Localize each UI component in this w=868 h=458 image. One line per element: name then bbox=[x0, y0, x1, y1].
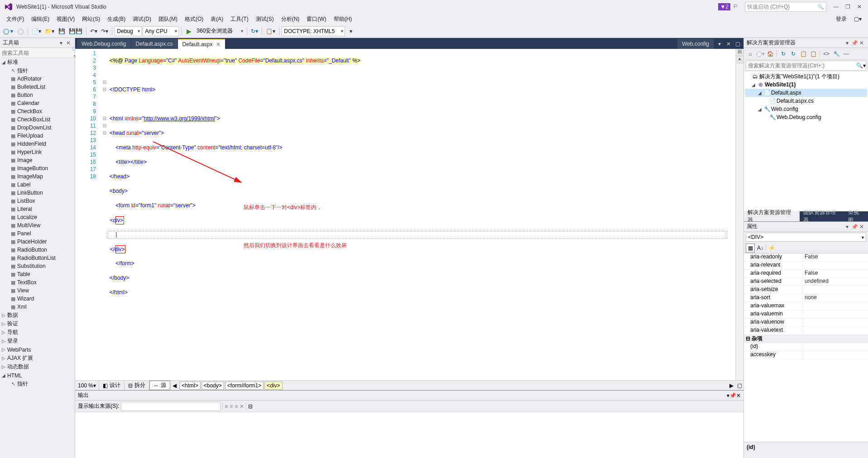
redo-button[interactable]: ↷▾ bbox=[100, 26, 110, 36]
solexp-search-input[interactable] bbox=[746, 62, 856, 69]
toolbox-item[interactable]: ▦Panel bbox=[0, 229, 75, 238]
property-row[interactable]: aria-readonlyFalse bbox=[744, 253, 868, 262]
toolbox-dropdown-icon[interactable]: ▾ bbox=[58, 39, 65, 47]
toolbox-item[interactable]: ▦Image bbox=[0, 156, 75, 164]
source-view-button[interactable]: ↔ 源 bbox=[149, 381, 170, 390]
toolbox-item[interactable]: ▦AdRotator bbox=[0, 75, 75, 83]
menu-item[interactable]: 文件(F) bbox=[3, 14, 28, 24]
solexp-back-icon[interactable]: ◯▾ bbox=[756, 49, 765, 58]
solution-tree[interactable]: 🗂解决方案"WebSite1(1)"(1 个项目) ◢⊕WebSite1(1) … bbox=[744, 72, 868, 211]
save-all-button[interactable]: 💾💾 bbox=[67, 26, 84, 36]
solexp-refresh-icon[interactable]: ↻ bbox=[789, 49, 798, 58]
toolbox-search[interactable]: 🔍▾ bbox=[0, 48, 75, 58]
nav-back-button[interactable]: ◯ ▾ bbox=[2, 26, 14, 36]
toolbox-item[interactable]: ▦Label bbox=[0, 181, 75, 189]
property-row[interactable]: aria-setsize bbox=[744, 286, 868, 294]
props-alphabetical-icon[interactable]: A↓ bbox=[756, 243, 765, 253]
props-pin-icon[interactable]: 📌 bbox=[851, 223, 858, 230]
toolbox-search-input[interactable] bbox=[0, 50, 72, 56]
toolbar-overflow-icon[interactable]: ▾ bbox=[346, 26, 356, 36]
toolbox-item[interactable]: ▦View bbox=[0, 286, 75, 295]
toolbox-tree[interactable]: ◢标准↖指针▦AdRotator▦BulletedList▦Button▦Cal… bbox=[0, 58, 75, 458]
toolbox-category[interactable]: ▷导航 bbox=[0, 328, 75, 337]
toolbox-item[interactable]: ↖指针 bbox=[0, 67, 75, 75]
nav-forward-button[interactable]: ◯ bbox=[15, 26, 25, 36]
menu-item[interactable]: 表(A) bbox=[207, 14, 227, 24]
solexp-showall-icon[interactable]: 📋 bbox=[809, 49, 818, 58]
output-close-icon[interactable]: ✕ bbox=[736, 392, 741, 399]
toolbox-category[interactable]: ◢标准 bbox=[0, 58, 75, 67]
project-node[interactable]: ◢⊕WebSite1(1) bbox=[745, 81, 867, 89]
breadcrumb-div[interactable]: <div> bbox=[264, 382, 282, 390]
toolbox-item[interactable]: ▦LinkButton bbox=[0, 189, 75, 197]
toolbox-item[interactable]: ▦Button bbox=[0, 91, 75, 99]
toolbox-item[interactable]: ▦Xml bbox=[0, 303, 75, 311]
output-tb-1[interactable]: ≡ bbox=[225, 403, 228, 410]
toolbox-item[interactable]: ▦TextBox bbox=[0, 278, 75, 286]
menu-item[interactable]: 窗口(W) bbox=[303, 14, 330, 24]
login-dropdown-icon[interactable]: ▢▾ bbox=[850, 14, 865, 24]
breadcrumb-form[interactable]: <form#form1> bbox=[225, 382, 264, 390]
toolbox-item[interactable]: ▦BulletedList bbox=[0, 83, 75, 91]
property-row[interactable]: aria-requiredFalse bbox=[744, 270, 868, 278]
toolbox-item[interactable]: ▦FileUpload bbox=[0, 132, 75, 140]
start-debug-button[interactable]: ▶ bbox=[184, 26, 194, 36]
menu-item[interactable]: 网站(S) bbox=[78, 14, 104, 24]
property-row[interactable]: aria-valuemax bbox=[744, 302, 868, 310]
solexp-code-icon[interactable]: <> bbox=[822, 49, 831, 58]
class-view-tab[interactable]: 类视图 bbox=[844, 211, 868, 221]
props-close-icon[interactable]: ✕ bbox=[858, 223, 865, 230]
menu-item[interactable]: 视图(V) bbox=[53, 14, 78, 24]
menu-item[interactable]: 编辑(E) bbox=[28, 14, 53, 24]
toolbox-category[interactable]: ▷动态数据 bbox=[0, 363, 75, 371]
property-row[interactable]: aria-valuetext bbox=[744, 327, 868, 335]
tab-web-config[interactable]: Web.config bbox=[677, 39, 714, 49]
output-tb-3[interactable]: ≡ bbox=[235, 403, 238, 410]
toolbox-item[interactable]: ▦HyperLink bbox=[0, 148, 75, 156]
property-row[interactable]: aria-selectedundefined bbox=[744, 278, 868, 286]
file-default-aspx[interactable]: ◢📄Default.aspx bbox=[745, 89, 867, 97]
toolbox-category[interactable]: ▷AJAX 扩展 bbox=[0, 354, 75, 363]
menu-item[interactable]: 格式(O) bbox=[181, 14, 207, 24]
toolbox-item[interactable]: ▦DropDownList bbox=[0, 124, 75, 132]
team-explorer-tab[interactable]: 团队资源管理器 bbox=[800, 211, 844, 221]
zoom-level[interactable]: 100 % ▾ bbox=[75, 381, 99, 390]
toolbox-item[interactable]: ↖指针 bbox=[0, 380, 75, 388]
property-row[interactable]: accesskey bbox=[744, 351, 868, 359]
toolbox-category[interactable]: ▷WebParts bbox=[0, 345, 75, 354]
crumb-nav-right-icon[interactable]: ▶ bbox=[727, 382, 735, 389]
toolbox-item[interactable]: ▦Substitution bbox=[0, 262, 75, 270]
output-body[interactable] bbox=[75, 412, 743, 458]
property-category[interactable]: ⊟ 杂项 bbox=[744, 335, 868, 343]
breadcrumb-body[interactable]: <body> bbox=[201, 382, 224, 390]
crumb-nav-left-icon[interactable]: ◀ bbox=[170, 382, 178, 389]
toolbox-item[interactable]: ▦CheckBox bbox=[0, 107, 75, 115]
property-row[interactable]: aria-relevant bbox=[744, 262, 868, 270]
toolbox-category[interactable]: ▷验证 bbox=[0, 320, 75, 328]
split-view-icon[interactable]: ▤ bbox=[736, 49, 743, 56]
solexp-collapse-icon[interactable]: 📋 bbox=[799, 49, 808, 58]
props-element-selector[interactable]: <DIV> bbox=[746, 233, 866, 242]
fold-gutter[interactable]: ⊟⊟⊟⊟⊟ bbox=[101, 49, 108, 380]
solexp-dropdown-icon[interactable]: ▾ bbox=[844, 39, 851, 47]
toolbox-item[interactable]: ▦RadioButtonList bbox=[0, 254, 75, 262]
solexp-home2-icon[interactable]: 🏠 bbox=[766, 49, 775, 58]
file-web-debug-config[interactable]: 🔧Web.Debug.config bbox=[745, 113, 867, 121]
notification-badge[interactable]: ▼2 bbox=[718, 3, 730, 10]
solexp-properties-icon[interactable]: 🔧 bbox=[832, 49, 841, 58]
toolbox-category[interactable]: ▷数据 bbox=[0, 311, 75, 320]
file-web-config[interactable]: ◢🔧Web.config bbox=[745, 105, 867, 113]
toolbox-item[interactable]: ▦Localize bbox=[0, 213, 75, 221]
toolbox-item[interactable]: ▦Table bbox=[0, 270, 75, 278]
maximize-button[interactable]: ❐ bbox=[842, 1, 854, 13]
scroll-up-icon[interactable]: ▲ bbox=[736, 56, 743, 63]
tab-default-aspx[interactable]: Default.aspx✕ bbox=[178, 39, 225, 49]
props-events-icon[interactable]: ⚡ bbox=[767, 243, 776, 253]
save-button[interactable]: 💾 bbox=[57, 26, 67, 36]
breadcrumb-html[interactable]: <html> bbox=[179, 382, 201, 390]
toolbox-category[interactable]: ▷登录 bbox=[0, 337, 75, 345]
solexp-close-icon[interactable]: ✕ bbox=[858, 39, 865, 47]
property-row[interactable]: aria-sortnone bbox=[744, 294, 868, 302]
toolbox-item[interactable]: ▦Calendar bbox=[0, 99, 75, 107]
solexp-preview-icon[interactable]: — bbox=[842, 49, 851, 58]
